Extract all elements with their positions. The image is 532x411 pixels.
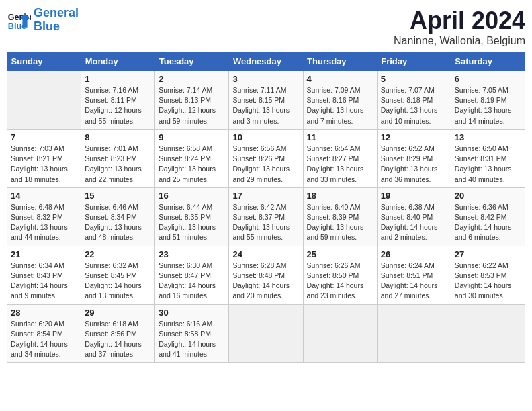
day-number: 15: [85, 191, 151, 201]
day-info: Sunrise: 6:40 AM Sunset: 8:39 PM Dayligh…: [307, 202, 373, 243]
calendar-cell: 2Sunrise: 7:14 AM Sunset: 8:13 PM Daylig…: [155, 71, 229, 130]
day-header-saturday: Saturday: [451, 52, 525, 71]
day-number: 21: [11, 249, 77, 259]
day-info: Sunrise: 6:26 AM Sunset: 8:50 PM Dayligh…: [307, 261, 373, 302]
calendar-cell: 13Sunrise: 6:50 AM Sunset: 8:31 PM Dayli…: [451, 129, 525, 187]
calendar-cell: 10Sunrise: 6:56 AM Sunset: 8:26 PM Dayli…: [229, 129, 303, 187]
logo: General Blue GeneralBlue: [7, 7, 79, 34]
logo-icon: General Blue: [7, 8, 31, 32]
day-info: Sunrise: 6:30 AM Sunset: 8:47 PM Dayligh…: [159, 261, 225, 302]
day-number: 25: [307, 249, 373, 259]
day-number: 1: [85, 74, 151, 84]
calendar-cell: 24Sunrise: 6:28 AM Sunset: 8:48 PM Dayli…: [229, 246, 303, 304]
day-info: Sunrise: 7:03 AM Sunset: 8:21 PM Dayligh…: [11, 144, 77, 185]
day-info: Sunrise: 6:22 AM Sunset: 8:53 PM Dayligh…: [455, 261, 521, 302]
calendar-cell: [7, 71, 81, 130]
day-number: 19: [381, 191, 447, 201]
day-info: Sunrise: 6:46 AM Sunset: 8:34 PM Dayligh…: [85, 202, 151, 243]
calendar-cell: 4Sunrise: 7:09 AM Sunset: 8:16 PM Daylig…: [303, 71, 377, 130]
day-info: Sunrise: 6:16 AM Sunset: 8:58 PM Dayligh…: [159, 319, 225, 360]
day-info: Sunrise: 7:09 AM Sunset: 8:16 PM Dayligh…: [307, 85, 373, 126]
day-header-tuesday: Tuesday: [155, 52, 229, 71]
day-number: 27: [455, 249, 521, 259]
day-header-friday: Friday: [377, 52, 451, 71]
day-info: Sunrise: 6:38 AM Sunset: 8:40 PM Dayligh…: [381, 202, 447, 243]
day-number: 28: [11, 308, 77, 318]
day-number: 8: [85, 132, 151, 142]
day-number: 22: [85, 249, 151, 259]
day-info: Sunrise: 7:14 AM Sunset: 8:13 PM Dayligh…: [159, 85, 225, 126]
calendar-cell: 6Sunrise: 7:05 AM Sunset: 8:19 PM Daylig…: [451, 71, 525, 130]
day-number: 3: [232, 74, 299, 84]
day-info: Sunrise: 6:34 AM Sunset: 8:43 PM Dayligh…: [11, 261, 77, 302]
calendar-cell: 7Sunrise: 7:03 AM Sunset: 8:21 PM Daylig…: [7, 129, 81, 187]
day-info: Sunrise: 6:20 AM Sunset: 8:54 PM Dayligh…: [11, 319, 77, 360]
calendar-cell: 15Sunrise: 6:46 AM Sunset: 8:34 PM Dayli…: [81, 187, 155, 246]
calendar-cell: 3Sunrise: 7:11 AM Sunset: 8:15 PM Daylig…: [229, 71, 303, 130]
day-number: 12: [381, 132, 447, 142]
header: General Blue GeneralBlue April 2024 Nani…: [7, 7, 525, 47]
day-info: Sunrise: 7:16 AM Sunset: 8:11 PM Dayligh…: [85, 85, 151, 126]
calendar-cell: 14Sunrise: 6:48 AM Sunset: 8:32 PM Dayli…: [7, 187, 81, 246]
day-info: Sunrise: 7:01 AM Sunset: 8:23 PM Dayligh…: [85, 144, 151, 185]
calendar-cell: 27Sunrise: 6:22 AM Sunset: 8:53 PM Dayli…: [451, 246, 525, 304]
calendar-cell: 23Sunrise: 6:30 AM Sunset: 8:47 PM Dayli…: [155, 246, 229, 304]
day-number: 11: [307, 132, 373, 142]
day-number: 17: [232, 191, 299, 201]
day-number: 14: [11, 191, 77, 201]
main-title: April 2024: [394, 7, 525, 35]
calendar-cell: 29Sunrise: 6:18 AM Sunset: 8:56 PM Dayli…: [81, 304, 155, 363]
calendar-cell: 18Sunrise: 6:40 AM Sunset: 8:39 PM Dayli…: [303, 187, 377, 246]
calendar-cell: 9Sunrise: 6:58 AM Sunset: 8:24 PM Daylig…: [155, 129, 229, 187]
day-number: 20: [455, 191, 521, 201]
week-row-1: 1Sunrise: 7:16 AM Sunset: 8:11 PM Daylig…: [7, 71, 525, 130]
day-number: 4: [307, 74, 373, 84]
calendar-cell: 26Sunrise: 6:24 AM Sunset: 8:51 PM Dayli…: [377, 246, 451, 304]
day-number: 26: [381, 249, 447, 259]
day-info: Sunrise: 6:48 AM Sunset: 8:32 PM Dayligh…: [11, 202, 77, 243]
calendar-cell: 28Sunrise: 6:20 AM Sunset: 8:54 PM Dayli…: [7, 304, 81, 363]
day-number: 23: [159, 249, 225, 259]
day-info: Sunrise: 6:42 AM Sunset: 8:37 PM Dayligh…: [232, 202, 299, 243]
calendar-cell: [451, 304, 525, 363]
day-info: Sunrise: 6:44 AM Sunset: 8:35 PM Dayligh…: [159, 202, 225, 243]
day-info: Sunrise: 6:24 AM Sunset: 8:51 PM Dayligh…: [381, 261, 447, 302]
day-number: 16: [159, 191, 225, 201]
calendar-cell: 17Sunrise: 6:42 AM Sunset: 8:37 PM Dayli…: [229, 187, 303, 246]
calendar-cell: 21Sunrise: 6:34 AM Sunset: 8:43 PM Dayli…: [7, 246, 81, 304]
day-number: 6: [455, 74, 521, 84]
day-number: 5: [381, 74, 447, 84]
calendar-table: SundayMondayTuesdayWednesdayThursdayFrid…: [7, 52, 525, 363]
day-number: 7: [11, 132, 77, 142]
day-info: Sunrise: 6:52 AM Sunset: 8:29 PM Dayligh…: [381, 144, 447, 185]
calendar-cell: 20Sunrise: 6:36 AM Sunset: 8:42 PM Dayli…: [451, 187, 525, 246]
calendar-cell: 16Sunrise: 6:44 AM Sunset: 8:35 PM Dayli…: [155, 187, 229, 246]
day-number: 13: [455, 132, 521, 142]
day-info: Sunrise: 6:36 AM Sunset: 8:42 PM Dayligh…: [455, 202, 521, 243]
logo-text: GeneralBlue: [34, 7, 79, 34]
day-number: 24: [232, 249, 299, 259]
calendar-cell: [303, 304, 377, 363]
day-number: 10: [232, 132, 299, 142]
day-info: Sunrise: 6:32 AM Sunset: 8:45 PM Dayligh…: [85, 261, 151, 302]
calendar-cell: [377, 304, 451, 363]
day-number: 9: [159, 132, 225, 142]
week-row-3: 14Sunrise: 6:48 AM Sunset: 8:32 PM Dayli…: [7, 187, 525, 246]
day-info: Sunrise: 6:56 AM Sunset: 8:26 PM Dayligh…: [232, 144, 299, 185]
week-row-4: 21Sunrise: 6:34 AM Sunset: 8:43 PM Dayli…: [7, 246, 525, 304]
calendar-cell: 5Sunrise: 7:07 AM Sunset: 8:18 PM Daylig…: [377, 71, 451, 130]
day-info: Sunrise: 6:18 AM Sunset: 8:56 PM Dayligh…: [85, 319, 151, 360]
day-header-sunday: Sunday: [7, 52, 81, 71]
day-info: Sunrise: 7:07 AM Sunset: 8:18 PM Dayligh…: [381, 85, 447, 126]
title-area: April 2024 Naninne, Wallonia, Belgium: [394, 7, 525, 47]
calendar-cell: 19Sunrise: 6:38 AM Sunset: 8:40 PM Dayli…: [377, 187, 451, 246]
subtitle: Naninne, Wallonia, Belgium: [394, 35, 525, 47]
calendar-cell: 25Sunrise: 6:26 AM Sunset: 8:50 PM Dayli…: [303, 246, 377, 304]
day-info: Sunrise: 7:05 AM Sunset: 8:19 PM Dayligh…: [455, 85, 521, 126]
day-info: Sunrise: 6:50 AM Sunset: 8:31 PM Dayligh…: [455, 144, 521, 185]
day-number: 29: [85, 308, 151, 318]
day-header-thursday: Thursday: [303, 52, 377, 71]
day-number: 30: [159, 308, 225, 318]
day-info: Sunrise: 6:54 AM Sunset: 8:27 PM Dayligh…: [307, 144, 373, 185]
calendar-cell: [229, 304, 303, 363]
